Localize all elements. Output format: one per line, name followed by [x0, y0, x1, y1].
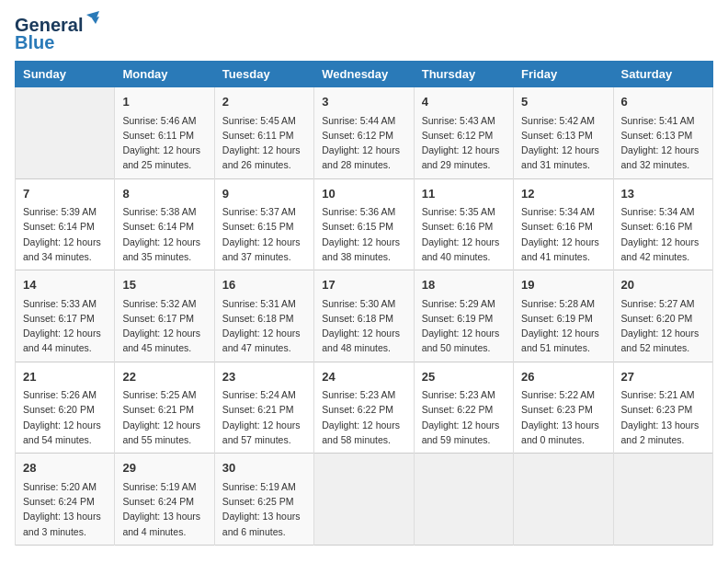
day-number: 1: [122, 93, 206, 111]
day-number: 23: [222, 368, 306, 386]
day-info: Sunrise: 5:42 AM Sunset: 6:13 PM Dayligh…: [521, 113, 605, 173]
calendar-cell: 2Sunrise: 5:45 AM Sunset: 6:11 PM Daylig…: [214, 87, 313, 179]
day-info: Sunrise: 5:46 AM Sunset: 6:11 PM Dayligh…: [122, 113, 206, 173]
calendar-cell: 1Sunrise: 5:46 AM Sunset: 6:11 PM Daylig…: [115, 87, 214, 179]
day-info: Sunrise: 5:33 AM Sunset: 6:17 PM Dayligh…: [23, 296, 107, 356]
day-number: 19: [521, 276, 605, 294]
calendar-cell: 20Sunrise: 5:27 AM Sunset: 6:20 PM Dayli…: [613, 270, 712, 362]
day-number: 10: [322, 185, 405, 203]
day-number: 18: [422, 276, 506, 294]
day-info: Sunrise: 5:32 AM Sunset: 6:17 PM Dayligh…: [122, 296, 206, 356]
day-info: Sunrise: 5:38 AM Sunset: 6:14 PM Dayligh…: [122, 204, 206, 264]
day-info: Sunrise: 5:27 AM Sunset: 6:20 PM Dayligh…: [621, 296, 705, 356]
day-info: Sunrise: 5:29 AM Sunset: 6:19 PM Dayligh…: [422, 296, 506, 356]
header-tuesday: Tuesday: [214, 62, 313, 87]
calendar-header-row: SundayMondayTuesdayWednesdayThursdayFrid…: [16, 62, 713, 87]
logo-text-general: General: [15, 15, 83, 35]
day-info: Sunrise: 5:36 AM Sunset: 6:15 PM Dayligh…: [322, 204, 405, 264]
calendar-cell: 17Sunrise: 5:30 AM Sunset: 6:18 PM Dayli…: [314, 270, 414, 362]
day-info: Sunrise: 5:26 AM Sunset: 6:20 PM Dayligh…: [23, 387, 107, 447]
calendar-cell: 29Sunrise: 5:19 AM Sunset: 6:24 PM Dayli…: [115, 454, 214, 546]
calendar-cell: 8Sunrise: 5:38 AM Sunset: 6:14 PM Daylig…: [115, 178, 214, 270]
day-number: 16: [222, 276, 306, 294]
header-sunday: Sunday: [16, 62, 115, 87]
calendar-cell: 6Sunrise: 5:41 AM Sunset: 6:13 PM Daylig…: [613, 87, 712, 179]
day-number: 26: [521, 368, 605, 386]
week-row-1: 1Sunrise: 5:46 AM Sunset: 6:11 PM Daylig…: [16, 87, 713, 179]
header-saturday: Saturday: [613, 62, 712, 87]
header-wednesday: Wednesday: [314, 62, 414, 87]
day-info: Sunrise: 5:45 AM Sunset: 6:11 PM Dayligh…: [222, 113, 306, 173]
logo: General Blue: [15, 15, 83, 53]
day-number: 24: [322, 368, 405, 386]
day-info: Sunrise: 5:34 AM Sunset: 6:16 PM Dayligh…: [621, 204, 705, 264]
calendar-cell: [514, 454, 613, 546]
day-info: Sunrise: 5:22 AM Sunset: 6:23 PM Dayligh…: [521, 387, 605, 447]
day-number: 4: [422, 93, 506, 111]
calendar-cell: 5Sunrise: 5:42 AM Sunset: 6:13 PM Daylig…: [514, 87, 613, 179]
header-thursday: Thursday: [414, 62, 513, 87]
page-header: General Blue: [15, 15, 713, 53]
day-info: Sunrise: 5:19 AM Sunset: 6:25 PM Dayligh…: [222, 479, 306, 539]
day-number: 15: [122, 276, 206, 294]
calendar-cell: 7Sunrise: 5:39 AM Sunset: 6:14 PM Daylig…: [16, 178, 115, 270]
day-info: Sunrise: 5:24 AM Sunset: 6:21 PM Dayligh…: [222, 387, 306, 447]
day-number: 9: [222, 185, 306, 203]
calendar-cell: 24Sunrise: 5:23 AM Sunset: 6:22 PM Dayli…: [314, 362, 414, 454]
calendar-cell: 27Sunrise: 5:21 AM Sunset: 6:23 PM Dayli…: [613, 362, 712, 454]
week-row-2: 7Sunrise: 5:39 AM Sunset: 6:14 PM Daylig…: [16, 178, 713, 270]
calendar-table: SundayMondayTuesdayWednesdayThursdayFrid…: [15, 61, 713, 546]
day-info: Sunrise: 5:21 AM Sunset: 6:23 PM Dayligh…: [621, 387, 705, 447]
day-number: 12: [521, 185, 605, 203]
calendar-cell: 16Sunrise: 5:31 AM Sunset: 6:18 PM Dayli…: [214, 270, 313, 362]
calendar-cell: 15Sunrise: 5:32 AM Sunset: 6:17 PM Dayli…: [115, 270, 214, 362]
week-row-4: 21Sunrise: 5:26 AM Sunset: 6:20 PM Dayli…: [16, 362, 713, 454]
logo-container: General: [15, 15, 83, 36]
calendar-cell: 3Sunrise: 5:44 AM Sunset: 6:12 PM Daylig…: [314, 87, 414, 179]
calendar-cell: 14Sunrise: 5:33 AM Sunset: 6:17 PM Dayli…: [16, 270, 115, 362]
calendar-cell: 9Sunrise: 5:37 AM Sunset: 6:15 PM Daylig…: [214, 178, 313, 270]
calendar-cell: 4Sunrise: 5:43 AM Sunset: 6:12 PM Daylig…: [414, 87, 513, 179]
header-monday: Monday: [115, 62, 214, 87]
calendar-cell: 25Sunrise: 5:23 AM Sunset: 6:22 PM Dayli…: [414, 362, 513, 454]
day-number: 30: [222, 459, 306, 477]
day-info: Sunrise: 5:41 AM Sunset: 6:13 PM Dayligh…: [621, 113, 705, 173]
calendar-cell: 21Sunrise: 5:26 AM Sunset: 6:20 PM Dayli…: [16, 362, 115, 454]
day-info: Sunrise: 5:37 AM Sunset: 6:15 PM Dayligh…: [222, 204, 306, 264]
day-info: Sunrise: 5:28 AM Sunset: 6:19 PM Dayligh…: [521, 296, 605, 356]
day-info: Sunrise: 5:20 AM Sunset: 6:24 PM Dayligh…: [23, 479, 107, 539]
day-info: Sunrise: 5:23 AM Sunset: 6:22 PM Dayligh…: [322, 387, 405, 447]
calendar-cell: 19Sunrise: 5:28 AM Sunset: 6:19 PM Dayli…: [514, 270, 613, 362]
day-number: 14: [23, 276, 107, 294]
day-number: 6: [621, 93, 705, 111]
day-number: 5: [521, 93, 605, 111]
calendar-cell: 28Sunrise: 5:20 AM Sunset: 6:24 PM Dayli…: [16, 454, 115, 546]
day-info: Sunrise: 5:23 AM Sunset: 6:22 PM Dayligh…: [422, 387, 506, 447]
day-number: 11: [422, 185, 506, 203]
calendar-cell: 18Sunrise: 5:29 AM Sunset: 6:19 PM Dayli…: [414, 270, 513, 362]
calendar-cell: [414, 454, 513, 546]
day-number: 7: [23, 185, 107, 203]
header-friday: Friday: [514, 62, 613, 87]
day-number: 2: [222, 93, 306, 111]
day-info: Sunrise: 5:34 AM Sunset: 6:16 PM Dayligh…: [521, 204, 605, 264]
day-number: 3: [322, 93, 405, 111]
logo-bird-icon: [83, 11, 99, 28]
day-info: Sunrise: 5:19 AM Sunset: 6:24 PM Dayligh…: [122, 479, 206, 539]
day-number: 20: [621, 276, 705, 294]
day-number: 25: [422, 368, 506, 386]
day-info: Sunrise: 5:43 AM Sunset: 6:12 PM Dayligh…: [422, 113, 506, 173]
calendar-cell: [613, 454, 712, 546]
calendar-cell: 12Sunrise: 5:34 AM Sunset: 6:16 PM Dayli…: [514, 178, 613, 270]
calendar-cell: 30Sunrise: 5:19 AM Sunset: 6:25 PM Dayli…: [214, 454, 313, 546]
day-number: 22: [122, 368, 206, 386]
calendar-cell: 10Sunrise: 5:36 AM Sunset: 6:15 PM Dayli…: [314, 178, 414, 270]
calendar-cell: 23Sunrise: 5:24 AM Sunset: 6:21 PM Dayli…: [214, 362, 313, 454]
calendar-cell: 13Sunrise: 5:34 AM Sunset: 6:16 PM Dayli…: [613, 178, 712, 270]
day-info: Sunrise: 5:39 AM Sunset: 6:14 PM Dayligh…: [23, 204, 107, 264]
day-number: 21: [23, 368, 107, 386]
day-number: 29: [122, 459, 206, 477]
day-number: 17: [322, 276, 405, 294]
day-info: Sunrise: 5:30 AM Sunset: 6:18 PM Dayligh…: [322, 296, 405, 356]
calendar-cell: 26Sunrise: 5:22 AM Sunset: 6:23 PM Dayli…: [514, 362, 613, 454]
